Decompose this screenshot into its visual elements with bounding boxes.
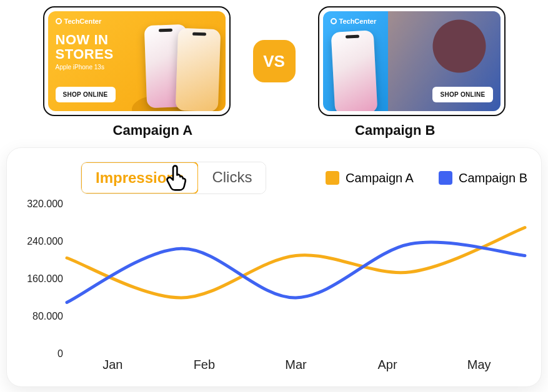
series-campaign-b bbox=[67, 242, 525, 302]
y-tick: 80.000 bbox=[32, 311, 63, 322]
ad-a-subline: Apple iPhone 13s bbox=[56, 64, 104, 71]
chart-header: Impressions Clicks Campaign A Campaign B bbox=[21, 162, 527, 194]
comparison-row: TechCenter NOW IN STORES Apple iPhone 13… bbox=[0, 0, 548, 116]
legend-swatch-a bbox=[326, 171, 339, 185]
legend-label-a: Campaign A bbox=[346, 171, 414, 185]
y-tick: 240.000 bbox=[27, 236, 63, 247]
legend-item-b: Campaign B bbox=[439, 171, 527, 185]
ad-a-headline-2: STORES bbox=[56, 46, 114, 62]
x-tick: Feb bbox=[159, 358, 251, 379]
x-tick: May bbox=[433, 358, 525, 379]
chart-plot: 080.000160.000240.000320.000 JanFebMarAp… bbox=[21, 204, 527, 379]
phone-icon bbox=[175, 28, 221, 111]
y-tick: 0 bbox=[57, 348, 63, 360]
ad-card-b: TechCenter SHOP ONLINE bbox=[318, 6, 506, 116]
campaign-labels: Campaign A Campaign B bbox=[0, 122, 548, 139]
x-tick: Apr bbox=[342, 358, 434, 379]
phone-icon bbox=[331, 30, 377, 111]
tab-impressions[interactable]: Impressions bbox=[81, 162, 199, 194]
campaign-b-label: Campaign B bbox=[355, 122, 435, 139]
legend-label-b: Campaign B bbox=[459, 171, 527, 185]
plot-area bbox=[67, 204, 525, 354]
legend-swatch-b bbox=[439, 171, 452, 185]
x-axis: JanFebMarAprMay bbox=[67, 358, 525, 379]
x-tick: Jan bbox=[67, 358, 159, 379]
x-tick: Mar bbox=[250, 358, 342, 379]
chart-svg bbox=[67, 204, 525, 354]
shop-online-button[interactable]: SHOP ONLINE bbox=[56, 87, 116, 102]
ad-creative-b: TechCenter SHOP ONLINE bbox=[323, 11, 501, 111]
tab-clicks[interactable]: Clicks bbox=[198, 162, 266, 194]
brand-badge: TechCenter bbox=[56, 17, 102, 25]
shop-online-button[interactable]: SHOP ONLINE bbox=[432, 87, 492, 102]
y-tick: 320.000 bbox=[27, 198, 63, 210]
campaign-a-label: Campaign A bbox=[113, 122, 193, 139]
y-tick: 160.000 bbox=[27, 273, 63, 285]
brand-badge: TechCenter bbox=[331, 17, 377, 25]
vs-badge: VS bbox=[253, 40, 296, 82]
brand-name: TechCenter bbox=[339, 17, 377, 25]
legend-item-a: Campaign A bbox=[326, 171, 414, 185]
ad-a-headline-1: NOW IN bbox=[56, 32, 109, 47]
y-axis: 080.000160.000240.000320.000 bbox=[21, 204, 67, 354]
ad-creative-a: TechCenter NOW IN STORES Apple iPhone 13… bbox=[48, 11, 226, 111]
ad-a-headline: NOW IN STORES bbox=[56, 32, 114, 61]
ad-card-a: TechCenter NOW IN STORES Apple iPhone 13… bbox=[43, 6, 231, 116]
brand-name: TechCenter bbox=[64, 17, 102, 25]
brand-icon bbox=[56, 18, 62, 24]
brand-icon bbox=[331, 18, 337, 24]
chart-panel: Impressions Clicks Campaign A Campaign B… bbox=[6, 147, 542, 387]
metric-tabs: Impressions Clicks bbox=[81, 162, 266, 194]
chart-legend: Campaign A Campaign B bbox=[326, 171, 527, 185]
